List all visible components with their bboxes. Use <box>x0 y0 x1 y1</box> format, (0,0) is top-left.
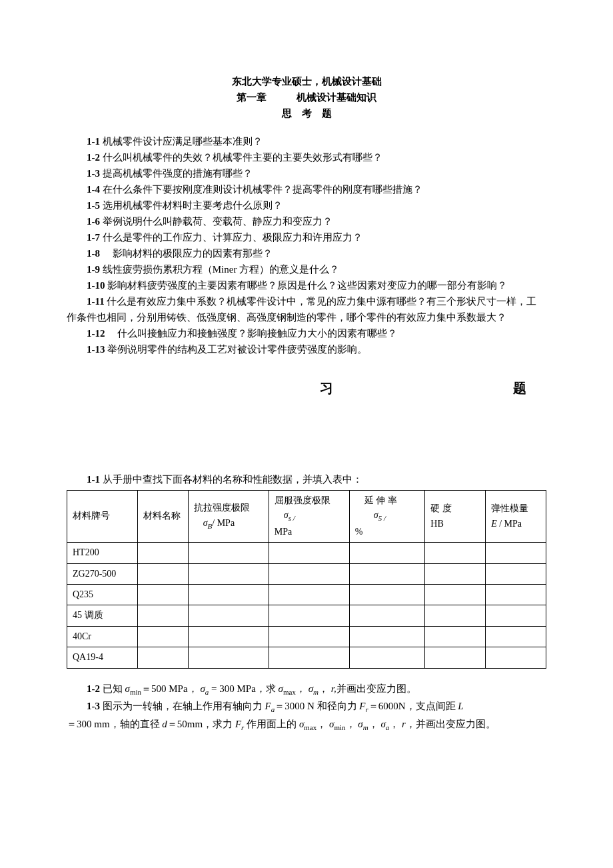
table-row: QA19-4 <box>67 647 546 668</box>
question-text: 影响材料的极限应力的因素有那些？ <box>100 248 273 259</box>
sigma: σ <box>125 683 130 694</box>
sub: min <box>334 723 345 731</box>
table-header-row: 材料牌号 材料名称 抗拉强度极限 σB/ MPa 屈服强度极限 σs / MPa… <box>67 491 546 543</box>
t: ， <box>296 683 308 694</box>
cell-material-code: ZG270-500 <box>67 563 138 584</box>
table-row: HT200 <box>67 543 546 563</box>
sub: m <box>313 688 318 696</box>
question-num: 1-9 <box>87 264 100 275</box>
th-tensile: 抗拉强度极限 σB/ MPa <box>188 491 269 543</box>
t: ， <box>389 719 402 729</box>
t: 作用面上的 <box>244 719 299 729</box>
sigma: σ <box>200 683 205 694</box>
think-question: 1-12 什么叫接触应力和接触强度？影响接触应力大小的因素有哪些？ <box>67 325 546 341</box>
chapter-label: 第一章 <box>237 92 267 103</box>
question-text: 什么是零件的工作应力、计算应力、极限应力和许用应力？ <box>100 232 362 243</box>
materials-table: 材料牌号 材料名称 抗拉强度极限 σB/ MPa 屈服强度极限 σs / MPa… <box>67 490 546 669</box>
question-num: 1-8 <box>87 248 100 259</box>
think-question: 1-2 什么叫机械零件的失效？机械零件主要的主要失效形式有哪些？ <box>67 149 546 165</box>
cell-empty <box>137 543 188 563</box>
cell-empty <box>137 605 188 626</box>
cell-material-code: 40Cr <box>67 626 138 647</box>
cell-empty <box>269 584 349 605</box>
th-yield: 屈服强度极限 σs / MPa <box>269 491 349 543</box>
cell-empty <box>486 543 546 563</box>
page: 东北大学专业硕士，机械设计基础 第一章 机械设计基础知识 思 考 题 1-1 机… <box>0 0 613 868</box>
think-question: 1-4 在什么条件下要按刚度准则设计机械零件？提高零件的刚度有哪些措施？ <box>67 181 546 197</box>
table-row: 40Cr <box>67 626 546 647</box>
cell-empty <box>349 584 425 605</box>
question-num: 1-10 <box>87 280 105 291</box>
cell-empty <box>349 563 425 584</box>
sigma: σ <box>308 683 313 694</box>
title-line-3: 思 考 题 <box>67 105 546 121</box>
question-text: 线性疲劳损伤累积方程（Miner 方程）的意义是什么？ <box>100 264 339 275</box>
sigma: σ <box>358 719 362 729</box>
sigma: σ <box>284 510 289 520</box>
t: ＝3000 N 和径向力 <box>275 701 359 711</box>
problem-num: 1-1 <box>87 474 100 485</box>
question-num: 1-13 <box>87 344 105 355</box>
cell-empty <box>188 584 269 605</box>
unit: / MPa <box>212 518 235 528</box>
t: ， <box>346 719 358 729</box>
question-num: 1-1 <box>87 136 100 147</box>
t: = 300 MPa，求 <box>209 683 278 694</box>
cell-empty <box>425 563 486 584</box>
question-text: 选用机械零件材料时主要考虑什么原则？ <box>100 200 283 211</box>
xi-char: 习 <box>320 377 333 399</box>
think-question: 1-5 选用机械零件材料时主要考虑什么原则？ <box>67 197 546 213</box>
problem-num: 1-2 <box>87 683 100 694</box>
sub: m <box>363 723 368 731</box>
sub: s / <box>289 514 295 522</box>
th-text: 屈服强度极限 <box>275 495 330 505</box>
sigma: σ <box>380 719 385 729</box>
think-question: 1-9 线性疲劳损伤累积方程（Miner 方程）的意义是什么？ <box>67 261 546 277</box>
question-text: 机械零件设计应满足哪些基本准则？ <box>100 136 263 147</box>
question-num: 1-6 <box>87 216 100 227</box>
sigma: σ <box>279 683 283 694</box>
question-num: 1-11 <box>87 296 105 307</box>
th-material-name: 材料名称 <box>137 491 188 543</box>
unit: % <box>355 527 363 537</box>
t: ＝50mm，求力 <box>167 719 235 729</box>
cell-empty <box>188 605 269 626</box>
cell-empty <box>137 584 188 605</box>
cell-material-code: QA19-4 <box>67 647 138 668</box>
think-question: 1-10 影响材料疲劳强度的主要因素有哪些？原因是什么？这些因素对变应力的哪一部… <box>67 277 546 293</box>
cell-empty <box>349 605 425 626</box>
t: ＝300 mm，轴的直径 <box>67 719 162 729</box>
unit: HB <box>430 519 443 529</box>
question-text: 什么叫机械零件的失效？机械零件主要的主要失效形式有哪些？ <box>100 152 382 163</box>
cell-empty <box>188 626 269 647</box>
cell-empty <box>188 543 269 563</box>
t: ＝6000N，支点间距 <box>368 701 458 711</box>
th-text: 延 伸 率 <box>364 495 397 505</box>
question-num: 1-4 <box>87 184 100 195</box>
cell-empty <box>349 543 425 563</box>
think-question: 1-11 什么是有效应力集中系数？机械零件设计中，常见的应力集中源有哪些？有三个… <box>67 293 546 325</box>
think-question: 1-8 影响材料的极限应力的因素有那些？ <box>67 245 546 261</box>
cell-empty <box>425 605 486 626</box>
question-text: 提高机械零件强度的措施有哪些？ <box>100 168 253 179</box>
sub: min <box>130 688 141 696</box>
th-modulus: 弹性模量 E / MPa <box>486 491 546 543</box>
problem-1-1-intro: 1-1 从手册中查找下面各材料的名称和性能数据，并填入表中： <box>67 471 546 487</box>
title-line-1: 东北大学专业硕士，机械设计基础 <box>67 73 546 89</box>
th-elongation: 延 伸 率 σ5 / % <box>349 491 425 543</box>
r: r, <box>331 683 336 694</box>
question-text: 什么叫接触应力和接触强度？影响接触应力大小的因素有哪些？ <box>105 328 398 339</box>
question-text: 在什么条件下要按刚度准则设计机械零件？提高零件的刚度有哪些措施？ <box>100 184 422 195</box>
cell-empty <box>425 584 486 605</box>
t: ， <box>318 683 331 694</box>
title-line-2: 第一章 机械设计基础知识 <box>67 89 546 105</box>
question-num: 1-5 <box>87 200 100 211</box>
cell-empty <box>137 563 188 584</box>
cell-material-code: 45 调质 <box>67 605 138 626</box>
cell-empty <box>269 543 349 563</box>
question-text: 影响材料疲劳强度的主要因素有哪些？原因是什么？这些因素对变应力的哪一部分有影响？ <box>105 280 508 291</box>
th-material-code: 材料牌号 <box>67 491 138 543</box>
t: ，并画出变应力图。 <box>406 719 496 729</box>
think-question: 1-3 提高机械零件强度的措施有哪些？ <box>67 165 546 181</box>
cell-empty <box>137 647 188 668</box>
